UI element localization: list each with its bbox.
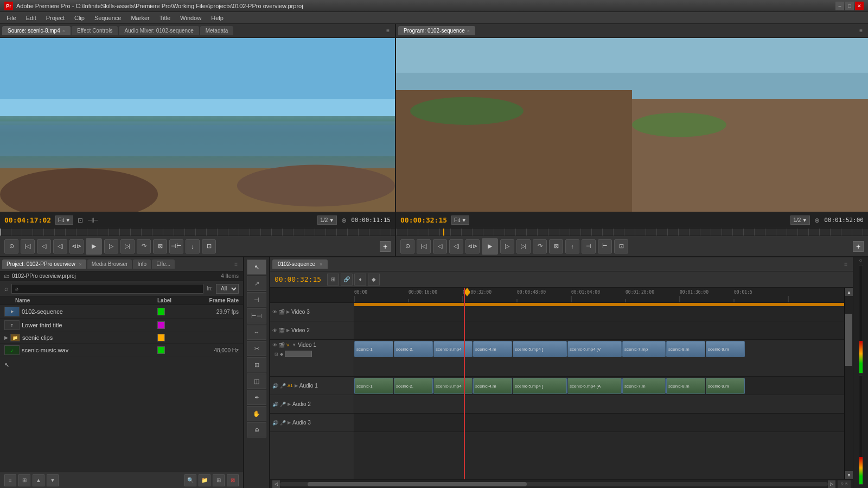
audio-clip-scenic-5[interactable]: scenic-5.mp4 [ xyxy=(513,378,567,394)
program-add-btn[interactable]: + xyxy=(853,241,864,252)
tool-razor[interactable]: ✂ xyxy=(247,341,266,356)
col-name-header[interactable]: Name xyxy=(15,297,157,303)
menu-help[interactable]: Help xyxy=(207,14,228,22)
tl-keyframes-btn[interactable]: ◆ xyxy=(368,274,380,286)
track-video1-icon1[interactable]: ⊡ xyxy=(275,352,278,357)
delete-btn[interactable]: ⊠ xyxy=(227,474,239,486)
source-playhead-ruler[interactable] xyxy=(0,228,395,236)
search-btn[interactable]: 🔍 xyxy=(184,474,196,486)
program-go-forward-btn[interactable]: ⊲⊳ xyxy=(465,239,480,253)
menu-file[interactable]: File xyxy=(2,14,21,22)
audio-clip-scenic-8[interactable]: scenic-8.m xyxy=(666,378,705,394)
tool-rolling-edit[interactable]: ⊢⊣ xyxy=(247,308,266,324)
scroll-right-btn[interactable]: ▷ xyxy=(828,480,835,488)
tl-link-btn[interactable]: 🔗 xyxy=(341,274,353,286)
source-go-to-in-btn[interactable]: |◁ xyxy=(21,239,35,253)
track-content-video2[interactable] xyxy=(354,321,844,340)
track-video3-eye[interactable]: 👁 xyxy=(272,309,277,315)
track-audio1-expand[interactable]: ▶ xyxy=(295,383,298,388)
icon-view-btn[interactable]: ⊞ xyxy=(18,474,30,486)
source-safe-margins-btn[interactable]: ⊠ xyxy=(153,239,167,253)
source-panel-menu-btn[interactable]: ≡ xyxy=(383,27,393,35)
scroll-thumb[interactable] xyxy=(845,314,852,366)
program-playhead-ruler[interactable] xyxy=(396,228,868,236)
tool-slide[interactable]: ◫ xyxy=(247,373,266,389)
source-mark-out-btn[interactable]: ⊙ xyxy=(4,239,18,253)
tool-selection[interactable]: ↖ xyxy=(247,259,266,275)
program-extract-btn[interactable]: ⊣ xyxy=(582,239,596,253)
program-fit-dropdown[interactable]: Fit ▼ xyxy=(451,216,469,225)
folder-expand-icon[interactable]: ▶ xyxy=(4,335,8,340)
clip-scenic-9[interactable]: scenic-9.m xyxy=(706,341,745,357)
menu-window[interactable]: Window xyxy=(176,14,206,22)
tab-project[interactable]: Project: 0102-PPro overview × xyxy=(2,259,86,269)
program-panel-menu-btn[interactable]: ≡ xyxy=(856,27,866,35)
tab-program[interactable]: Program: 0102-sequence × xyxy=(398,26,475,35)
source-insert-btn[interactable]: ⊣⊢ xyxy=(169,239,183,253)
program-lift-btn[interactable]: ↑ xyxy=(565,239,579,253)
clip-scenic-3[interactable]: scenic-3.mp4 xyxy=(433,341,473,357)
program-step-fwd-btn[interactable]: ▷ xyxy=(500,239,514,253)
scroll-up-btn[interactable]: ▲ xyxy=(845,288,853,296)
sort-asc-btn[interactable]: ▲ xyxy=(33,474,44,486)
track-video1-opacity[interactable] xyxy=(285,351,312,357)
tool-pen[interactable]: ✒ xyxy=(247,390,266,405)
program-camera-btn[interactable]: ⊡ xyxy=(614,239,628,253)
track-video1-lock[interactable]: 🎬 xyxy=(279,343,285,348)
audio-clip-scenic-3[interactable]: scenic-3.mp4 xyxy=(433,378,473,394)
project-item-title[interactable]: T Lower third title xyxy=(0,319,243,332)
timeline-vertical-scrollbar[interactable]: ▲ ▼ xyxy=(844,288,853,479)
source-go-back-btn[interactable]: ◁| xyxy=(53,239,67,253)
tab-source[interactable]: Source: scenic-8.mp4 × xyxy=(2,26,71,35)
tab-info[interactable]: Info xyxy=(133,259,151,269)
tool-zoom[interactable]: ⊕ xyxy=(247,422,266,438)
track-audio1-target[interactable]: A1 xyxy=(288,383,293,388)
project-item-audio[interactable]: ♪ scenic-music.wav 48,000 Hz xyxy=(0,344,243,357)
tab-timeline-close[interactable]: × xyxy=(320,262,322,267)
tl-snap-btn[interactable]: ⊞ xyxy=(327,274,339,286)
source-step-fwd-btn[interactable]: ▷ xyxy=(104,239,118,253)
program-go-to-in-btn[interactable]: |◁ xyxy=(417,239,431,253)
timeline-menu-btn[interactable]: ≡ xyxy=(841,260,851,268)
menu-marker[interactable]: Marker xyxy=(126,14,154,22)
track-video2-lock[interactable]: 🎬 xyxy=(279,328,285,333)
track-audio1-lock[interactable]: 🎤 xyxy=(280,383,286,389)
scroll-left-btn[interactable]: ◁ xyxy=(272,480,280,488)
track-content-audio1[interactable]: scenic-1 scenic-2. scenic-3.mp4 scenic-4… xyxy=(354,377,844,395)
program-scale-dropdown[interactable]: 1/2 ▼ xyxy=(790,216,810,225)
col-label-header[interactable]: Label xyxy=(157,297,190,303)
track-video3-expand[interactable]: ▶ xyxy=(286,309,290,314)
source-step-back-btn[interactable]: ◁ xyxy=(37,239,51,253)
tab-media-browser[interactable]: Media Browser xyxy=(87,259,132,269)
tool-slip[interactable]: ⊞ xyxy=(247,357,266,372)
track-content-audio3[interactable] xyxy=(354,414,844,432)
track-audio3-expand[interactable]: ▶ xyxy=(288,420,291,425)
tab-effect-controls[interactable]: Effect Controls xyxy=(72,26,118,35)
close-button[interactable]: ✕ xyxy=(855,2,864,10)
program-step-back-btn[interactable]: ◁ xyxy=(433,239,447,253)
tool-ripple-edit[interactable]: ⊣ xyxy=(247,292,266,307)
program-mark-out-btn[interactable]: ⊙ xyxy=(400,239,414,253)
audio-clip-scenic-4[interactable]: scenic-4.m xyxy=(473,378,512,394)
track-video3-lock[interactable]: 🎬 xyxy=(279,309,285,315)
source-fit-dropdown[interactable]: Fit ▼ xyxy=(55,216,73,225)
program-go-to-out-btn[interactable]: ▷| xyxy=(516,239,531,253)
timeline-ruler[interactable]: 00:00 00:00:16:00 00:00:32:00 00:00:48:0… xyxy=(354,288,844,303)
program-play-btn[interactable]: ▶ xyxy=(482,238,498,255)
menu-project[interactable]: Project xyxy=(42,14,69,22)
tool-hand[interactable]: ✋ xyxy=(247,406,266,421)
source-camera-btn[interactable]: ⊡ xyxy=(202,239,216,253)
source-add-btn[interactable]: + xyxy=(380,241,391,252)
tab-program-close[interactable]: × xyxy=(467,28,470,34)
col-framerate-header[interactable]: Frame Rate xyxy=(190,297,239,303)
source-play-btn[interactable]: ▶ xyxy=(86,238,102,255)
track-video1-expand[interactable]: ▼ xyxy=(292,343,296,347)
audio-clip-scenic-9[interactable]: scenic-9.m xyxy=(706,378,745,394)
audio-clip-scenic-1[interactable]: scenic-1 xyxy=(354,378,393,394)
track-video1-target[interactable]: V xyxy=(286,343,289,347)
tab-audio-mixer[interactable]: Audio Mixer: 0102-sequence xyxy=(119,26,199,35)
search-input[interactable] xyxy=(11,284,203,294)
track-content-video3[interactable] xyxy=(354,303,844,321)
track-video1-icon2[interactable]: ◆ xyxy=(280,352,283,357)
program-safe-margins-btn[interactable]: ⊠ xyxy=(549,239,563,253)
